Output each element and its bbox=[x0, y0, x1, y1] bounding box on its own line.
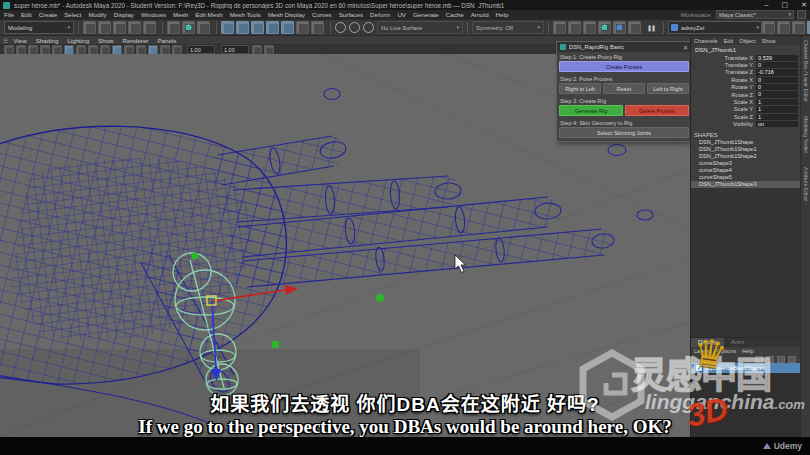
selected-object-name[interactable]: DSN_JThumb1 bbox=[691, 45, 800, 54]
display-layer-row[interactable]: ✓ superHeroeBlendShapes bbox=[691, 363, 800, 373]
antialiasing-icon[interactable] bbox=[264, 45, 274, 55]
close-button[interactable]: ✕ bbox=[801, 0, 807, 10]
menu-arnold[interactable]: Arnold bbox=[471, 11, 489, 18]
resolution-gate-icon[interactable] bbox=[160, 45, 170, 55]
right-to-left-button[interactable]: Right to Left bbox=[559, 83, 601, 94]
maximize-button[interactable]: ▢ bbox=[782, 0, 789, 10]
gamma-field[interactable]: 1.00 bbox=[221, 45, 249, 54]
new-layer-icon[interactable] bbox=[755, 356, 763, 363]
channel-value-field[interactable]: 1 bbox=[756, 99, 798, 105]
reset-button[interactable]: Reset bbox=[603, 83, 645, 94]
tab-modeling-toolkit[interactable]: Modeling Toolkit bbox=[803, 116, 809, 153]
shape-list-item[interactable]: DSN_JThumb1Shape bbox=[691, 139, 800, 146]
shape-list-item[interactable]: curveShape5 bbox=[691, 174, 800, 181]
move-layer-up-icon[interactable] bbox=[777, 356, 785, 363]
menu-generate[interactable]: Generate bbox=[413, 11, 439, 18]
menu-surfaces[interactable]: Surfaces bbox=[339, 11, 363, 18]
character-set-selector[interactable]: adreyZel ▾ bbox=[668, 21, 762, 34]
image-plane-icon[interactable] bbox=[52, 45, 62, 55]
tab-attribute-editor[interactable]: Attribute Editor bbox=[803, 167, 809, 201]
menu-modify[interactable]: Modify bbox=[88, 11, 106, 18]
channel-value-field[interactable]: 0.539 bbox=[756, 55, 798, 61]
tab-display[interactable]: Display bbox=[691, 338, 724, 347]
tab-channel-box-layer-editor[interactable]: Channel Box / Layer Editor bbox=[803, 40, 809, 102]
channels-menu[interactable]: Channels bbox=[694, 38, 718, 44]
channel-value-field[interactable]: 0 bbox=[756, 91, 798, 97]
snap-projected-center-icon[interactable] bbox=[266, 21, 279, 34]
menu-mesh[interactable]: Mesh bbox=[173, 11, 188, 18]
xray-display-icon[interactable] bbox=[112, 45, 122, 55]
render-settings-icon[interactable] bbox=[583, 21, 596, 34]
panel-menu-show[interactable]: Show bbox=[98, 37, 113, 44]
make-live-icon[interactable] bbox=[296, 21, 309, 34]
show-menu[interactable]: Show bbox=[761, 38, 775, 44]
channel-value-field[interactable]: 0 bbox=[756, 77, 798, 83]
snap-point-icon[interactable] bbox=[251, 21, 264, 34]
new-scene-icon[interactable] bbox=[83, 21, 96, 34]
open-scene-icon[interactable] bbox=[98, 21, 111, 34]
attribute-editor-toggle-icon[interactable] bbox=[762, 21, 775, 34]
object-menu[interactable]: Object bbox=[739, 38, 755, 44]
camera-attributes-icon[interactable] bbox=[28, 45, 38, 55]
snap-view-plane-icon[interactable] bbox=[281, 21, 294, 34]
rapidrig-close-icon[interactable]: ✕ bbox=[683, 44, 688, 51]
channel-value-field[interactable]: 0 bbox=[756, 84, 798, 90]
panel-menu-icon[interactable]: ☰ bbox=[3, 37, 8, 44]
lock-camera-icon[interactable] bbox=[16, 45, 26, 55]
left-to-right-button[interactable]: Left to Right bbox=[647, 83, 689, 94]
symmetry-dropdown[interactable]: Symmetry: Off ▾ bbox=[472, 21, 544, 34]
channel-value-field[interactable]: on bbox=[756, 121, 798, 127]
menu-cache[interactable]: Cache bbox=[446, 11, 464, 18]
workspace-select[interactable]: Maya Classic* ▾ bbox=[716, 10, 794, 19]
shape-list-item[interactable]: DSN_JThumb1Shape1 bbox=[691, 146, 800, 153]
snap-grid-icon[interactable] bbox=[221, 21, 234, 34]
render-icon[interactable] bbox=[553, 21, 566, 34]
edit-menu[interactable]: Edit bbox=[724, 38, 734, 44]
construction-history-icon[interactable] bbox=[335, 22, 346, 33]
lighting-display-icon[interactable] bbox=[100, 45, 110, 55]
isolate-select-icon[interactable] bbox=[136, 45, 146, 55]
panel-menu-panels[interactable]: Panels bbox=[157, 37, 176, 44]
generate-rig-button[interactable]: Generate Rig bbox=[559, 105, 623, 116]
shape-list-item[interactable]: curveShape3 bbox=[691, 160, 800, 167]
layer-visibility-checkbox[interactable]: ✓ bbox=[695, 364, 703, 372]
panel-menu-shading[interactable]: Shading bbox=[36, 37, 59, 44]
move-layer-down-icon[interactable] bbox=[788, 356, 796, 363]
gate-mask-icon[interactable] bbox=[172, 45, 182, 55]
ipr-render-icon[interactable] bbox=[568, 21, 581, 34]
field-chart-icon[interactable] bbox=[148, 45, 158, 55]
menu-select[interactable]: Select bbox=[64, 11, 81, 18]
undo-icon[interactable] bbox=[128, 21, 141, 34]
soft-select-icon[interactable] bbox=[349, 22, 360, 33]
shape-list-item[interactable]: curveShape4 bbox=[691, 167, 800, 174]
shape-list-item-selected[interactable]: DSN_JThumb1Shape3 bbox=[691, 181, 800, 188]
select-skinning-joints-button[interactable]: Select Skinning Joints bbox=[559, 127, 689, 138]
textured-display-icon[interactable] bbox=[88, 45, 98, 55]
lasso-select-icon[interactable] bbox=[182, 21, 195, 34]
bookmark-icon[interactable] bbox=[40, 45, 50, 55]
tool-settings-toggle-icon[interactable] bbox=[777, 21, 790, 34]
shaded-display-icon[interactable] bbox=[76, 45, 86, 55]
rapidrig-title-bar[interactable]: DSN_RapidRig Basic ✕ bbox=[557, 42, 691, 52]
menu-mesh-tools[interactable]: Mesh Tools bbox=[230, 11, 261, 18]
new-layer-selected-icon[interactable] bbox=[766, 356, 774, 363]
menu-windows[interactable]: Windows bbox=[141, 11, 166, 18]
menu-file[interactable]: File bbox=[4, 11, 14, 18]
channel-value-field[interactable]: 1 bbox=[756, 106, 798, 112]
redo-icon[interactable] bbox=[143, 21, 156, 34]
channel-value-field[interactable]: -0.716 bbox=[756, 69, 798, 75]
shape-list-item[interactable]: DSN_JThumb1Shape2 bbox=[691, 153, 800, 160]
panel-menu-renderer[interactable]: Renderer bbox=[123, 37, 149, 44]
create-proxies-button[interactable]: Create Proxies bbox=[559, 61, 689, 72]
minimize-button[interactable]: – bbox=[765, 0, 769, 10]
launch-app-icon[interactable] bbox=[628, 21, 641, 34]
joints-xray-icon[interactable] bbox=[124, 45, 134, 55]
help-menu[interactable]: Help bbox=[742, 348, 754, 354]
menu-edit[interactable]: Edit bbox=[21, 11, 32, 18]
tab-anim[interactable]: Anim bbox=[724, 338, 751, 347]
wireframe-display-icon[interactable] bbox=[64, 45, 74, 55]
pause-icon[interactable]: ❚❚ bbox=[647, 24, 655, 31]
menu-edit-mesh[interactable]: Edit Mesh bbox=[195, 11, 223, 18]
save-scene-icon[interactable] bbox=[113, 21, 126, 34]
menu-display[interactable]: Display bbox=[114, 11, 134, 18]
